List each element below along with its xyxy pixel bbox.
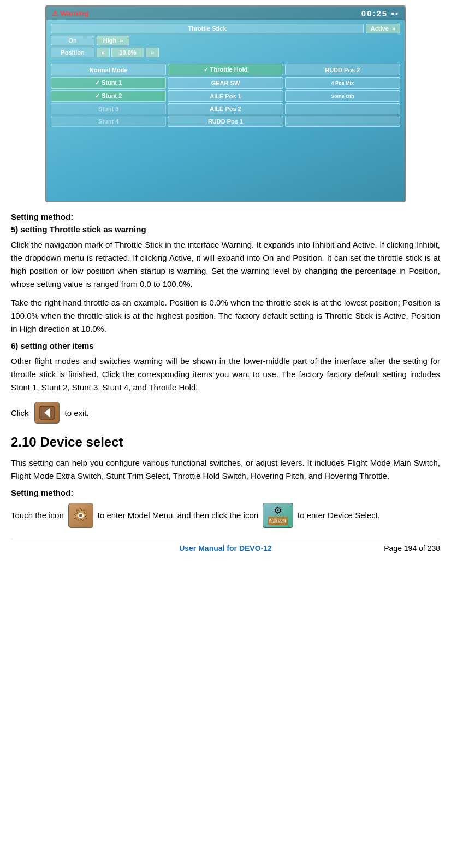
touch-prefix: Touch the icon	[11, 508, 64, 523]
device-row-high: High »	[97, 36, 129, 45]
para3: Other flight modes and switches warning …	[11, 355, 440, 394]
device-arrow-right: »	[146, 48, 159, 57]
click-exit-suffix: to exit.	[65, 408, 89, 418]
step5-label: 5) setting Throttle stick as warning	[11, 225, 440, 234]
device-cell-stunt3: Stunt 3	[51, 103, 166, 114]
device-row-active: Active »	[366, 24, 400, 33]
device-row-position: Position	[51, 48, 94, 57]
touch-icon-row: Touch the icon to enter Model Menu, and …	[11, 503, 440, 528]
device-cell-normal-mode: Normal Mode	[51, 64, 166, 75]
para2: Take the right-hand throttle as an examp…	[11, 296, 440, 336]
exit-icon	[39, 405, 55, 420]
model-menu-icon	[68, 503, 93, 528]
device-arrow-left: «	[97, 48, 110, 57]
device-cell-rudd-pos2: RUDD Pos 2	[285, 64, 400, 75]
device-cell-aile-pos2: AILE Pos 2	[168, 103, 283, 114]
device-row-throttle: Throttle Stick	[51, 24, 364, 33]
device-cell-other: Some Oth	[285, 90, 400, 102]
device-cell-4pos: 4 Pos Mix	[285, 77, 400, 89]
device-percent-value: 10.0%	[111, 48, 144, 57]
device-cell-empty2	[285, 116, 400, 127]
device-time: 00:25 ▪▪	[361, 9, 399, 18]
device-select-gear: ⚙	[274, 506, 282, 515]
footer-manual-label: User Manual for DEVO-12	[154, 544, 297, 553]
device-row-on: On	[51, 36, 94, 45]
device-cell-stunt4: Stunt 4	[51, 116, 166, 127]
click-exit-prefix: Click	[11, 408, 29, 418]
device-select-icon: ⚙ 配置选择	[263, 503, 293, 528]
device-select-chinese: 配置选择	[268, 517, 288, 525]
touch-suffix: to enter Device Select.	[298, 508, 380, 523]
device-warning-label: ⚠ Warning	[52, 9, 88, 17]
footer: User Manual for DEVO-12 Page 194 of 238	[11, 539, 440, 553]
device-cell-stunt1: ✓ Stunt 1	[51, 77, 166, 89]
setting-method2-label: Setting method:	[11, 488, 440, 497]
device-cell-gear-sw: GEAR SW	[168, 77, 283, 89]
device-cell-rudd-pos1: RUDD Pos 1	[168, 116, 283, 127]
device-screenshot: ⚠ Warning 00:25 ▪▪ Throttle Stick Active…	[45, 5, 406, 202]
device-cell-aile-pos1: AILE Pos 1	[168, 90, 283, 102]
footer-page-label: Page 194 of 238	[297, 544, 440, 553]
exit-icon-box	[34, 402, 60, 424]
svg-point-4	[79, 514, 82, 517]
device-cell-throttle-hold: ✓ Throttle Hold	[168, 64, 283, 75]
click-exit-row: Click to exit.	[11, 402, 440, 424]
para4: This setting can help you configure vari…	[11, 456, 440, 483]
para1: Click the navigation mark of Throttle St…	[11, 238, 440, 291]
section-title: 2.10 Device select	[11, 435, 440, 450]
step6-label: 6) setting other items	[11, 341, 440, 350]
setting-method-label: Setting method:	[11, 212, 440, 221]
device-cell-stunt2: ✓ Stunt 2	[51, 90, 166, 102]
device-cell-empty1	[285, 103, 400, 114]
gear-icon	[71, 506, 91, 525]
touch-middle: to enter Model Menu, and then click the …	[98, 508, 258, 523]
